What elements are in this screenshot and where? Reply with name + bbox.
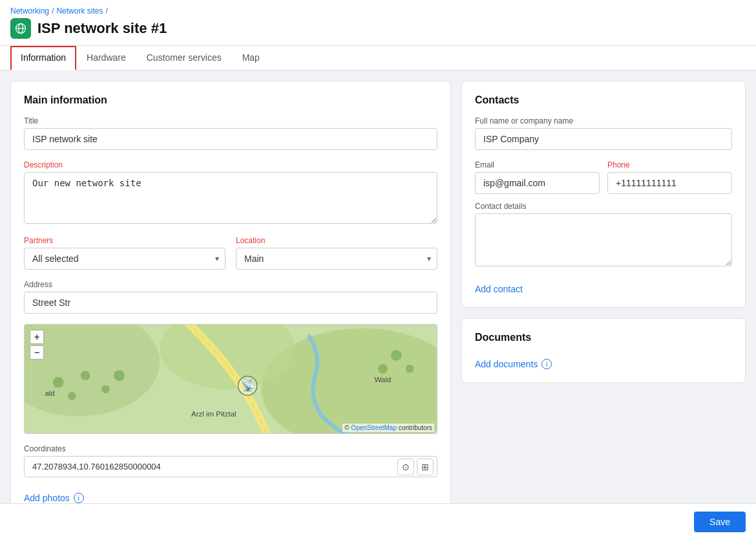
partners-label: Partners	[24, 236, 226, 245]
email-phone-row: Email Phone	[475, 160, 732, 194]
add-photos-info-icon: i	[74, 493, 84, 503]
contact-details-group: Contact details	[475, 202, 732, 268]
header-title-row: ISP network site #1	[10, 18, 746, 39]
map-attribution: © OpenStreetMap contributors	[342, 424, 434, 432]
add-photos-label: Add photos	[24, 493, 70, 503]
contacts-card: Contacts Full name or company name Email…	[461, 81, 746, 308]
email-input[interactable]	[475, 172, 600, 194]
svg-point-9	[81, 371, 90, 380]
svg-point-13	[406, 365, 414, 373]
description-input[interactable]: Our new network site	[24, 172, 437, 224]
email-field-group: Email	[475, 160, 600, 194]
map-zoom-in-button[interactable]: +	[30, 330, 44, 344]
add-documents-link[interactable]: Add documents i	[475, 359, 552, 369]
map-zoom-out-button[interactable]: −	[30, 345, 44, 360]
breadcrumb: Networking / Network sites /	[10, 6, 746, 16]
map-controls: + −	[30, 330, 44, 360]
add-photos-row: Add photos i	[24, 488, 437, 503]
location-pin-icon: ⊙	[402, 462, 410, 472]
breadcrumb-network-sites[interactable]: Network sites	[56, 6, 103, 16]
page-title: ISP network site #1	[37, 20, 167, 37]
coordinates-input[interactable]	[24, 456, 437, 477]
documents-card: Documents Add documents i	[461, 318, 746, 383]
full-name-input[interactable]	[475, 128, 732, 150]
header: Networking / Network sites / ISP network…	[0, 0, 756, 46]
partners-select[interactable]: All selected	[24, 248, 226, 270]
partners-field-group: Partners All selected ▾	[24, 236, 226, 270]
svg-point-14	[378, 364, 388, 374]
contact-details-label: Contact details	[475, 202, 732, 211]
address-input[interactable]	[24, 292, 437, 314]
tab-map[interactable]: Map	[232, 46, 270, 70]
breadcrumb-networking[interactable]: Networking	[10, 6, 49, 16]
svg-point-8	[68, 392, 76, 400]
tab-hardware[interactable]: Hardware	[76, 46, 136, 70]
openstreetmap-link[interactable]: OpenStreetMap	[351, 424, 397, 431]
breadcrumb-sep1: /	[52, 6, 54, 16]
tab-customer-services[interactable]: Customer services	[136, 46, 232, 70]
coordinates-wrapper: ⊙ ⊞	[24, 456, 437, 477]
breadcrumb-sep2: /	[105, 6, 107, 16]
location-select[interactable]: Main	[236, 248, 437, 270]
partners-select-wrapper: All selected ▾	[24, 248, 226, 270]
title-field-group: Title	[24, 116, 437, 150]
tabs: Information Hardware Customer services M…	[0, 46, 756, 70]
svg-point-12	[391, 350, 402, 361]
add-contact-label: Add contact	[475, 284, 523, 294]
left-panel: Main information Title Description Our n…	[10, 81, 451, 517]
tab-information[interactable]: Information	[10, 46, 76, 70]
partners-location-row: Partners All selected ▾ Location Main	[24, 236, 437, 270]
app-icon	[10, 18, 31, 39]
map-view-button[interactable]: ⊞	[417, 459, 434, 475]
add-contact-link[interactable]: Add contact	[475, 284, 523, 294]
svg-text:Arzl im Pitztal: Arzl im Pitztal	[191, 410, 236, 418]
full-name-label: Full name or company name	[475, 116, 732, 125]
address-field-group: Address	[24, 280, 437, 314]
documents-title: Documents	[475, 332, 732, 343]
contact-details-input[interactable]	[475, 213, 732, 266]
save-button[interactable]: Save	[694, 512, 746, 532]
coord-icon-group: ⊙ ⊞	[397, 459, 434, 475]
svg-text:ald: ald	[45, 389, 54, 397]
phone-label: Phone	[607, 160, 732, 169]
description-label: Description	[24, 160, 437, 169]
coordinates-label: Coordinates	[24, 444, 437, 453]
map-container[interactable]: Arzl im Pitztal Wald ald 📡 + − © OpenStr…	[24, 324, 437, 434]
location-select-wrapper: Main ▾	[236, 248, 437, 270]
description-field-group: Description Our new network site	[24, 160, 437, 226]
svg-text:📡: 📡	[240, 378, 256, 393]
content-area: Main information Title Description Our n…	[0, 70, 756, 527]
full-name-field-group: Full name or company name	[475, 116, 732, 150]
svg-point-7	[53, 377, 64, 388]
main-info-title: Main information	[24, 94, 437, 106]
title-label: Title	[24, 116, 437, 125]
map-view-icon: ⊞	[421, 462, 429, 472]
add-documents-label: Add documents	[475, 359, 538, 369]
app-container: Networking / Network sites / ISP network…	[0, 0, 756, 540]
svg-point-10	[101, 385, 110, 393]
right-panel: Contacts Full name or company name Email…	[461, 81, 746, 383]
coordinates-field-group: Coordinates ⊙ ⊞	[24, 444, 437, 477]
svg-text:Wald: Wald	[374, 376, 391, 383]
location-field-group: Location Main ▾	[236, 236, 437, 270]
location-label: Location	[236, 236, 437, 245]
add-documents-info-icon: i	[541, 359, 552, 369]
address-label: Address	[24, 280, 437, 289]
add-photos-link[interactable]: Add photos i	[24, 493, 84, 503]
svg-point-11	[114, 370, 125, 381]
phone-input[interactable]	[607, 172, 732, 194]
contacts-title: Contacts	[475, 94, 732, 106]
location-pin-button[interactable]: ⊙	[397, 459, 414, 475]
footer: Save	[0, 503, 756, 540]
phone-field-group: Phone	[607, 160, 732, 194]
email-label: Email	[475, 160, 600, 169]
title-input[interactable]	[24, 128, 437, 150]
